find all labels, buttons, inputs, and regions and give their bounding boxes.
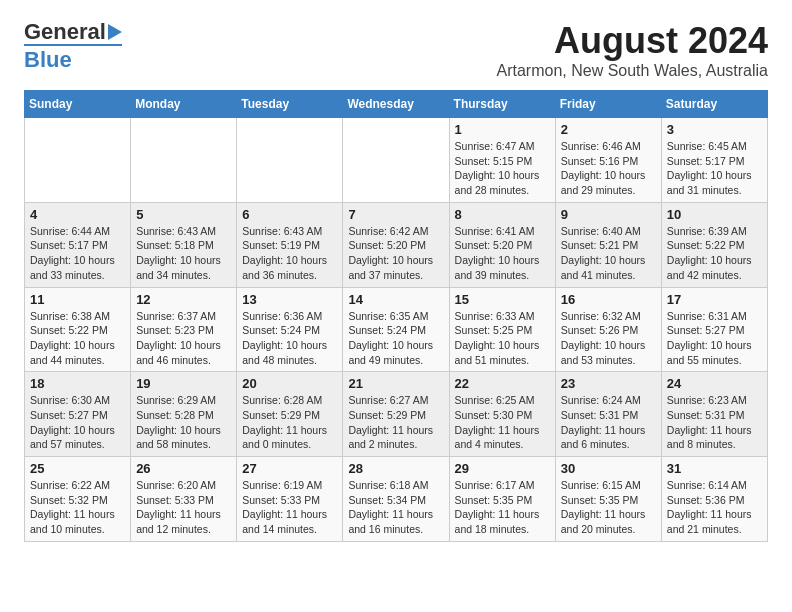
day-info: Sunrise: 6:30 AMSunset: 5:27 PMDaylight:…	[30, 393, 125, 452]
calendar-week-2: 4Sunrise: 6:44 AMSunset: 5:17 PMDaylight…	[25, 202, 768, 287]
calendar-cell: 23Sunrise: 6:24 AMSunset: 5:31 PMDayligh…	[555, 372, 661, 457]
calendar-cell: 31Sunrise: 6:14 AMSunset: 5:36 PMDayligh…	[661, 457, 767, 542]
day-info: Sunrise: 6:41 AMSunset: 5:20 PMDaylight:…	[455, 224, 550, 283]
header-day-saturday: Saturday	[661, 91, 767, 118]
day-number: 26	[136, 461, 231, 476]
day-info: Sunrise: 6:38 AMSunset: 5:22 PMDaylight:…	[30, 309, 125, 368]
day-info: Sunrise: 6:27 AMSunset: 5:29 PMDaylight:…	[348, 393, 443, 452]
day-number: 27	[242, 461, 337, 476]
day-info: Sunrise: 6:43 AMSunset: 5:18 PMDaylight:…	[136, 224, 231, 283]
day-number: 22	[455, 376, 550, 391]
day-number: 25	[30, 461, 125, 476]
day-info: Sunrise: 6:31 AMSunset: 5:27 PMDaylight:…	[667, 309, 762, 368]
calendar-cell: 30Sunrise: 6:15 AMSunset: 5:35 PMDayligh…	[555, 457, 661, 542]
day-info: Sunrise: 6:44 AMSunset: 5:17 PMDaylight:…	[30, 224, 125, 283]
header-day-friday: Friday	[555, 91, 661, 118]
calendar-cell: 22Sunrise: 6:25 AMSunset: 5:30 PMDayligh…	[449, 372, 555, 457]
day-number: 8	[455, 207, 550, 222]
header-day-monday: Monday	[131, 91, 237, 118]
page-subtitle: Artarmon, New South Wales, Australia	[496, 62, 768, 80]
day-info: Sunrise: 6:47 AMSunset: 5:15 PMDaylight:…	[455, 139, 550, 198]
day-number: 14	[348, 292, 443, 307]
calendar-cell: 20Sunrise: 6:28 AMSunset: 5:29 PMDayligh…	[237, 372, 343, 457]
header-day-sunday: Sunday	[25, 91, 131, 118]
day-number: 19	[136, 376, 231, 391]
header-day-wednesday: Wednesday	[343, 91, 449, 118]
day-info: Sunrise: 6:15 AMSunset: 5:35 PMDaylight:…	[561, 478, 656, 537]
day-number: 15	[455, 292, 550, 307]
calendar-table: SundayMondayTuesdayWednesdayThursdayFrid…	[24, 90, 768, 542]
day-info: Sunrise: 6:22 AMSunset: 5:32 PMDaylight:…	[30, 478, 125, 537]
calendar-cell: 4Sunrise: 6:44 AMSunset: 5:17 PMDaylight…	[25, 202, 131, 287]
day-info: Sunrise: 6:37 AMSunset: 5:23 PMDaylight:…	[136, 309, 231, 368]
day-number: 20	[242, 376, 337, 391]
day-number: 4	[30, 207, 125, 222]
day-number: 11	[30, 292, 125, 307]
day-number: 16	[561, 292, 656, 307]
calendar-week-4: 18Sunrise: 6:30 AMSunset: 5:27 PMDayligh…	[25, 372, 768, 457]
title-block: August 2024 Artarmon, New South Wales, A…	[496, 20, 768, 80]
calendar-cell: 14Sunrise: 6:35 AMSunset: 5:24 PMDayligh…	[343, 287, 449, 372]
calendar-cell: 1Sunrise: 6:47 AMSunset: 5:15 PMDaylight…	[449, 118, 555, 203]
calendar-cell: 12Sunrise: 6:37 AMSunset: 5:23 PMDayligh…	[131, 287, 237, 372]
calendar-cell: 3Sunrise: 6:45 AMSunset: 5:17 PMDaylight…	[661, 118, 767, 203]
calendar-cell: 16Sunrise: 6:32 AMSunset: 5:26 PMDayligh…	[555, 287, 661, 372]
day-info: Sunrise: 6:45 AMSunset: 5:17 PMDaylight:…	[667, 139, 762, 198]
logo-text-blue: Blue	[24, 44, 122, 72]
day-info: Sunrise: 6:39 AMSunset: 5:22 PMDaylight:…	[667, 224, 762, 283]
day-info: Sunrise: 6:46 AMSunset: 5:16 PMDaylight:…	[561, 139, 656, 198]
calendar-week-5: 25Sunrise: 6:22 AMSunset: 5:32 PMDayligh…	[25, 457, 768, 542]
calendar-cell: 17Sunrise: 6:31 AMSunset: 5:27 PMDayligh…	[661, 287, 767, 372]
calendar-cell: 28Sunrise: 6:18 AMSunset: 5:34 PMDayligh…	[343, 457, 449, 542]
day-info: Sunrise: 6:35 AMSunset: 5:24 PMDaylight:…	[348, 309, 443, 368]
day-info: Sunrise: 6:18 AMSunset: 5:34 PMDaylight:…	[348, 478, 443, 537]
calendar-cell: 19Sunrise: 6:29 AMSunset: 5:28 PMDayligh…	[131, 372, 237, 457]
calendar-cell: 9Sunrise: 6:40 AMSunset: 5:21 PMDaylight…	[555, 202, 661, 287]
day-number: 23	[561, 376, 656, 391]
day-number: 1	[455, 122, 550, 137]
day-info: Sunrise: 6:24 AMSunset: 5:31 PMDaylight:…	[561, 393, 656, 452]
calendar-cell: 15Sunrise: 6:33 AMSunset: 5:25 PMDayligh…	[449, 287, 555, 372]
day-info: Sunrise: 6:42 AMSunset: 5:20 PMDaylight:…	[348, 224, 443, 283]
day-number: 3	[667, 122, 762, 137]
day-number: 5	[136, 207, 231, 222]
day-number: 12	[136, 292, 231, 307]
calendar-cell: 26Sunrise: 6:20 AMSunset: 5:33 PMDayligh…	[131, 457, 237, 542]
day-info: Sunrise: 6:32 AMSunset: 5:26 PMDaylight:…	[561, 309, 656, 368]
day-info: Sunrise: 6:17 AMSunset: 5:35 PMDaylight:…	[455, 478, 550, 537]
calendar-cell: 18Sunrise: 6:30 AMSunset: 5:27 PMDayligh…	[25, 372, 131, 457]
logo-arrow-icon	[108, 24, 122, 40]
day-number: 24	[667, 376, 762, 391]
day-number: 28	[348, 461, 443, 476]
day-info: Sunrise: 6:33 AMSunset: 5:25 PMDaylight:…	[455, 309, 550, 368]
calendar-cell	[25, 118, 131, 203]
logo: General Blue	[24, 20, 122, 72]
logo-text-general: General	[24, 20, 106, 44]
calendar-cell: 6Sunrise: 6:43 AMSunset: 5:19 PMDaylight…	[237, 202, 343, 287]
calendar-week-1: 1Sunrise: 6:47 AMSunset: 5:15 PMDaylight…	[25, 118, 768, 203]
calendar-cell: 7Sunrise: 6:42 AMSunset: 5:20 PMDaylight…	[343, 202, 449, 287]
calendar-cell: 5Sunrise: 6:43 AMSunset: 5:18 PMDaylight…	[131, 202, 237, 287]
calendar-cell: 29Sunrise: 6:17 AMSunset: 5:35 PMDayligh…	[449, 457, 555, 542]
day-info: Sunrise: 6:20 AMSunset: 5:33 PMDaylight:…	[136, 478, 231, 537]
calendar-cell: 11Sunrise: 6:38 AMSunset: 5:22 PMDayligh…	[25, 287, 131, 372]
day-number: 31	[667, 461, 762, 476]
calendar-cell: 13Sunrise: 6:36 AMSunset: 5:24 PMDayligh…	[237, 287, 343, 372]
page-title: August 2024	[496, 20, 768, 62]
day-info: Sunrise: 6:25 AMSunset: 5:30 PMDaylight:…	[455, 393, 550, 452]
calendar-cell: 27Sunrise: 6:19 AMSunset: 5:33 PMDayligh…	[237, 457, 343, 542]
day-number: 30	[561, 461, 656, 476]
day-info: Sunrise: 6:36 AMSunset: 5:24 PMDaylight:…	[242, 309, 337, 368]
page-header: General Blue August 2024 Artarmon, New S…	[24, 20, 768, 80]
day-info: Sunrise: 6:23 AMSunset: 5:31 PMDaylight:…	[667, 393, 762, 452]
day-info: Sunrise: 6:28 AMSunset: 5:29 PMDaylight:…	[242, 393, 337, 452]
day-info: Sunrise: 6:19 AMSunset: 5:33 PMDaylight:…	[242, 478, 337, 537]
calendar-cell: 2Sunrise: 6:46 AMSunset: 5:16 PMDaylight…	[555, 118, 661, 203]
header-day-tuesday: Tuesday	[237, 91, 343, 118]
day-info: Sunrise: 6:43 AMSunset: 5:19 PMDaylight:…	[242, 224, 337, 283]
day-number: 6	[242, 207, 337, 222]
calendar-cell: 8Sunrise: 6:41 AMSunset: 5:20 PMDaylight…	[449, 202, 555, 287]
calendar-cell: 24Sunrise: 6:23 AMSunset: 5:31 PMDayligh…	[661, 372, 767, 457]
day-number: 17	[667, 292, 762, 307]
day-number: 2	[561, 122, 656, 137]
